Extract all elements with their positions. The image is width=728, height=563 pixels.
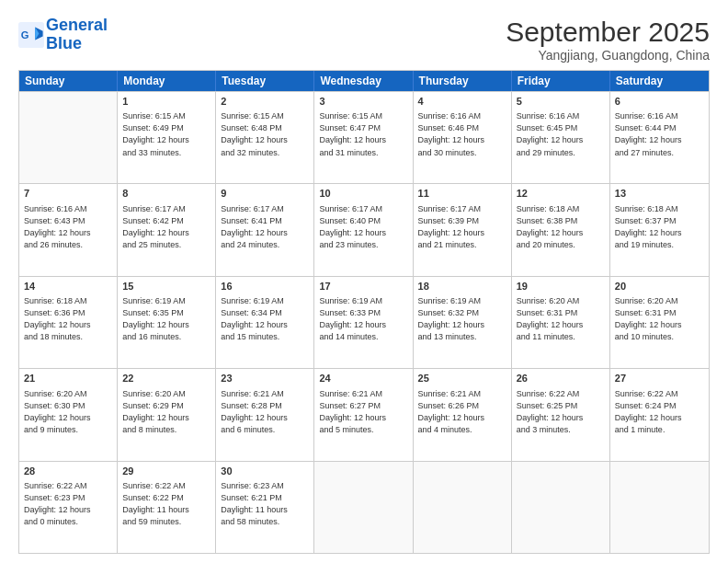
day-number: 8 xyxy=(122,187,210,201)
day-info: Sunrise: 6:22 AMSunset: 6:22 PMDaylight:… xyxy=(122,480,210,528)
cal-cell-1: 1Sunrise: 6:15 AMSunset: 6:49 PMDaylight… xyxy=(118,92,216,183)
logo-icon: G xyxy=(18,22,44,48)
day-info: Sunrise: 6:20 AMSunset: 6:31 PMDaylight:… xyxy=(615,295,704,343)
day-info: Sunrise: 6:15 AMSunset: 6:47 PMDaylight:… xyxy=(319,110,407,158)
cal-cell-7: 7Sunrise: 6:16 AMSunset: 6:43 PMDaylight… xyxy=(19,184,118,275)
day-number: 25 xyxy=(418,372,506,385)
cal-header-friday: Friday xyxy=(512,71,610,91)
cal-cell-6: 6Sunrise: 6:16 AMSunset: 6:44 PMDaylight… xyxy=(610,92,709,183)
logo-blue: Blue xyxy=(46,34,82,52)
day-info: Sunrise: 6:18 AMSunset: 6:36 PMDaylight:… xyxy=(24,295,112,343)
day-number: 3 xyxy=(319,95,407,109)
cal-cell-5: 5Sunrise: 6:16 AMSunset: 6:45 PMDaylight… xyxy=(512,92,610,183)
page: G General Blue September 2025 Yangjiang,… xyxy=(0,0,728,563)
day-number: 12 xyxy=(517,187,605,201)
cal-cell-3: 3Sunrise: 6:15 AMSunset: 6:47 PMDaylight… xyxy=(314,92,413,183)
cal-cell-empty-0-0 xyxy=(19,92,118,183)
cal-week-4: 21Sunrise: 6:20 AMSunset: 6:30 PMDayligh… xyxy=(19,368,709,460)
cal-cell-27: 27Sunrise: 6:22 AMSunset: 6:24 PMDayligh… xyxy=(610,369,709,460)
day-number: 2 xyxy=(221,95,309,109)
cal-cell-14: 14Sunrise: 6:18 AMSunset: 6:36 PMDayligh… xyxy=(19,277,118,368)
day-number: 10 xyxy=(319,187,407,201)
day-info: Sunrise: 6:21 AMSunset: 6:26 PMDaylight:… xyxy=(418,388,506,436)
day-info: Sunrise: 6:17 AMSunset: 6:42 PMDaylight:… xyxy=(122,203,210,251)
cal-cell-16: 16Sunrise: 6:19 AMSunset: 6:34 PMDayligh… xyxy=(216,277,314,368)
day-number: 24 xyxy=(319,372,407,385)
cal-cell-12: 12Sunrise: 6:18 AMSunset: 6:38 PMDayligh… xyxy=(512,184,610,275)
cal-cell-17: 17Sunrise: 6:19 AMSunset: 6:33 PMDayligh… xyxy=(314,277,413,368)
cal-cell-30: 30Sunrise: 6:23 AMSunset: 6:21 PMDayligh… xyxy=(216,462,314,553)
calendar-header: SundayMondayTuesdayWednesdayThursdayFrid… xyxy=(19,71,709,91)
day-info: Sunrise: 6:22 AMSunset: 6:24 PMDaylight:… xyxy=(615,388,704,436)
day-info: Sunrise: 6:22 AMSunset: 6:25 PMDaylight:… xyxy=(517,388,605,436)
day-info: Sunrise: 6:19 AMSunset: 6:33 PMDaylight:… xyxy=(319,295,407,343)
cal-cell-22: 22Sunrise: 6:20 AMSunset: 6:29 PMDayligh… xyxy=(118,369,216,460)
day-info: Sunrise: 6:16 AMSunset: 6:45 PMDaylight:… xyxy=(517,110,605,158)
calendar: SundayMondayTuesdayWednesdayThursdayFrid… xyxy=(18,70,710,554)
day-number: 15 xyxy=(122,280,210,293)
day-info: Sunrise: 6:21 AMSunset: 6:27 PMDaylight:… xyxy=(319,388,407,436)
cal-cell-2: 2Sunrise: 6:15 AMSunset: 6:48 PMDaylight… xyxy=(216,92,314,183)
cal-week-2: 7Sunrise: 6:16 AMSunset: 6:43 PMDaylight… xyxy=(19,183,709,275)
day-info: Sunrise: 6:20 AMSunset: 6:31 PMDaylight:… xyxy=(517,295,605,343)
cal-cell-13: 13Sunrise: 6:18 AMSunset: 6:37 PMDayligh… xyxy=(610,184,709,275)
logo-general: General xyxy=(46,16,108,34)
day-number: 7 xyxy=(24,187,112,201)
title-block: September 2025 Yangjiang, Guangdong, Chi… xyxy=(506,17,710,63)
day-number: 18 xyxy=(418,280,506,293)
day-info: Sunrise: 6:16 AMSunset: 6:46 PMDaylight:… xyxy=(418,110,506,158)
day-info: Sunrise: 6:17 AMSunset: 6:40 PMDaylight:… xyxy=(319,203,407,251)
day-number: 20 xyxy=(615,280,704,293)
cal-cell-19: 19Sunrise: 6:20 AMSunset: 6:31 PMDayligh… xyxy=(512,277,610,368)
cal-header-sunday: Sunday xyxy=(19,71,118,91)
day-info: Sunrise: 6:16 AMSunset: 6:43 PMDaylight:… xyxy=(24,203,112,251)
logo: G General Blue xyxy=(18,17,108,53)
day-number: 1 xyxy=(122,95,210,109)
day-number: 21 xyxy=(24,372,112,385)
cal-cell-8: 8Sunrise: 6:17 AMSunset: 6:42 PMDaylight… xyxy=(118,184,216,275)
day-number: 23 xyxy=(221,372,309,385)
day-number: 30 xyxy=(221,465,309,478)
cal-cell-empty-4-3 xyxy=(314,462,413,553)
cal-cell-empty-4-6 xyxy=(610,462,709,553)
day-number: 16 xyxy=(221,280,309,293)
day-info: Sunrise: 6:18 AMSunset: 6:38 PMDaylight:… xyxy=(517,203,605,251)
day-info: Sunrise: 6:23 AMSunset: 6:21 PMDaylight:… xyxy=(221,480,309,528)
cal-week-3: 14Sunrise: 6:18 AMSunset: 6:36 PMDayligh… xyxy=(19,276,709,368)
day-info: Sunrise: 6:17 AMSunset: 6:41 PMDaylight:… xyxy=(221,203,309,251)
day-number: 19 xyxy=(517,280,605,293)
cal-week-5: 28Sunrise: 6:22 AMSunset: 6:23 PMDayligh… xyxy=(19,461,709,553)
day-info: Sunrise: 6:19 AMSunset: 6:34 PMDaylight:… xyxy=(221,295,309,343)
day-info: Sunrise: 6:16 AMSunset: 6:44 PMDaylight:… xyxy=(615,110,704,158)
cal-header-saturday: Saturday xyxy=(610,71,709,91)
cal-cell-28: 28Sunrise: 6:22 AMSunset: 6:23 PMDayligh… xyxy=(19,462,118,553)
day-info: Sunrise: 6:19 AMSunset: 6:35 PMDaylight:… xyxy=(122,295,210,343)
day-number: 28 xyxy=(24,465,112,478)
cal-cell-9: 9Sunrise: 6:17 AMSunset: 6:41 PMDaylight… xyxy=(216,184,314,275)
day-number: 9 xyxy=(221,187,309,201)
cal-cell-29: 29Sunrise: 6:22 AMSunset: 6:22 PMDayligh… xyxy=(118,462,216,553)
day-number: 22 xyxy=(122,372,210,385)
main-title: September 2025 xyxy=(506,17,710,48)
day-info: Sunrise: 6:18 AMSunset: 6:37 PMDaylight:… xyxy=(615,203,704,251)
day-info: Sunrise: 6:15 AMSunset: 6:48 PMDaylight:… xyxy=(221,110,309,158)
cal-header-tuesday: Tuesday xyxy=(216,71,314,91)
day-info: Sunrise: 6:21 AMSunset: 6:28 PMDaylight:… xyxy=(221,388,309,436)
calendar-body: 1Sunrise: 6:15 AMSunset: 6:49 PMDaylight… xyxy=(19,91,709,553)
day-number: 14 xyxy=(24,280,112,293)
cal-header-wednesday: Wednesday xyxy=(314,71,413,91)
day-info: Sunrise: 6:15 AMSunset: 6:49 PMDaylight:… xyxy=(122,110,210,158)
day-number: 27 xyxy=(615,372,704,385)
cal-cell-20: 20Sunrise: 6:20 AMSunset: 6:31 PMDayligh… xyxy=(610,277,709,368)
cal-cell-26: 26Sunrise: 6:22 AMSunset: 6:25 PMDayligh… xyxy=(512,369,610,460)
cal-cell-15: 15Sunrise: 6:19 AMSunset: 6:35 PMDayligh… xyxy=(118,277,216,368)
subtitle: Yangjiang, Guangdong, China xyxy=(506,48,710,63)
cal-cell-25: 25Sunrise: 6:21 AMSunset: 6:26 PMDayligh… xyxy=(414,369,512,460)
cal-cell-24: 24Sunrise: 6:21 AMSunset: 6:27 PMDayligh… xyxy=(314,369,413,460)
day-info: Sunrise: 6:20 AMSunset: 6:29 PMDaylight:… xyxy=(122,388,210,436)
day-number: 4 xyxy=(418,95,506,109)
day-number: 29 xyxy=(122,465,210,478)
day-info: Sunrise: 6:17 AMSunset: 6:39 PMDaylight:… xyxy=(418,203,506,251)
header: G General Blue September 2025 Yangjiang,… xyxy=(18,17,710,63)
day-number: 13 xyxy=(615,187,704,201)
